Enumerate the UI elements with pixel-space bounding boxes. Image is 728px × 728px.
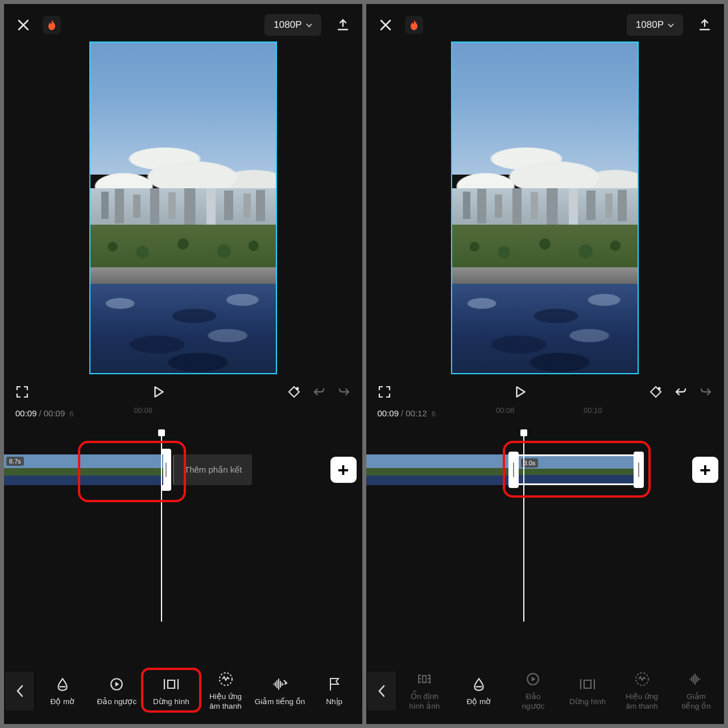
playhead[interactable] <box>161 434 162 622</box>
tool-reverse[interactable]: Đảo ngược <box>90 673 144 709</box>
resolution-button[interactable]: 1080P <box>627 14 683 36</box>
tool-beat[interactable]: Nhịp <box>308 673 361 709</box>
tool-reverse[interactable]: Đảo ngược <box>507 668 560 714</box>
droplet-icon <box>54 676 71 693</box>
play-icon[interactable] <box>512 384 527 399</box>
export-icon[interactable] <box>336 18 350 32</box>
timeline[interactable]: 8.7s Thêm phần kết + <box>4 418 362 663</box>
resolution-label: 1080P <box>274 19 301 31</box>
timeline-tick: 00:08 <box>134 406 153 415</box>
video-clip-freeze[interactable]: 3.0s <box>519 454 634 485</box>
reverse-icon <box>108 676 125 693</box>
bottom-toolbar: Độ mờ Đảo ngược Dừng hình Hiệu ứng âm th… <box>4 663 362 724</box>
clip-end-handle[interactable] <box>634 452 644 488</box>
flag-icon <box>326 676 343 693</box>
timeline[interactable]: 3.0s + <box>366 418 725 663</box>
keyframe-icon[interactable] <box>287 385 301 399</box>
reverse-icon <box>524 671 541 688</box>
top-bar: 1080P <box>4 4 362 42</box>
top-bar: 1080P <box>366 4 725 42</box>
time-total: 00:09 <box>44 408 65 418</box>
bottom-toolbar: Ổn định hình ảnh Độ mờ Đảo ngược Dừng hì… <box>366 663 725 724</box>
stabilize-icon <box>416 671 433 688</box>
time-total: 00:12 <box>406 408 427 418</box>
tool-opacity[interactable]: Độ mờ <box>36 673 89 709</box>
video-preview[interactable] <box>89 42 277 374</box>
noise-reduce-icon <box>688 671 705 688</box>
timecode: 00:09 / 00:09 6 00:08 <box>4 403 362 418</box>
sound-fx-icon <box>634 671 651 688</box>
clip-duration-badge: 8.7s <box>6 457 24 466</box>
undo-icon[interactable] <box>312 385 326 399</box>
add-clip-button[interactable]: + <box>330 457 357 483</box>
svg-point-0 <box>296 387 299 390</box>
keyframe-icon[interactable] <box>649 385 663 399</box>
video-preview[interactable] <box>451 42 639 374</box>
timeline-tick: 00:10 <box>584 406 602 415</box>
player-controls <box>366 380 725 403</box>
droplet-icon <box>470 676 487 693</box>
undo-icon[interactable] <box>674 385 688 399</box>
close-icon[interactable] <box>379 18 392 32</box>
fullscreen-icon[interactable] <box>378 385 391 399</box>
playhead[interactable] <box>523 434 524 622</box>
svg-point-3 <box>658 387 661 390</box>
tool-noise-reduce[interactable]: Giảm tiếng ồn <box>253 673 307 709</box>
back-button[interactable] <box>5 672 35 710</box>
editor-screen-left: 1080P <box>4 4 362 724</box>
tool-noise-reduce[interactable]: Giảm tiếng ồn <box>669 668 723 714</box>
tool-sound-fx[interactable]: Hiệu ứng âm thanh <box>615 668 669 714</box>
player-controls <box>4 380 362 403</box>
timecode: 00:09 / 00:12 6 00:08 00:10 <box>366 403 725 418</box>
flame-icon[interactable] <box>43 16 61 34</box>
tool-freeze[interactable]: Dừng hình <box>561 673 614 709</box>
resolution-button[interactable]: 1080P <box>264 14 321 36</box>
close-icon[interactable] <box>16 18 30 32</box>
preview-area <box>366 42 725 380</box>
sound-fx-icon <box>217 671 234 688</box>
back-button[interactable] <box>367 672 397 710</box>
clip-start-handle[interactable] <box>508 452 519 488</box>
tool-sound-fx[interactable]: Hiệu ứng âm thanh <box>199 668 253 714</box>
time-current: 00:09 <box>378 408 399 418</box>
resolution-label: 1080P <box>636 19 664 31</box>
video-clip-1[interactable] <box>366 454 508 485</box>
play-icon[interactable] <box>151 384 166 399</box>
editor-screen-right: 1080P <box>366 4 725 724</box>
tool-opacity[interactable]: Độ mờ <box>452 673 506 709</box>
tool-freeze[interactable]: Dừng hình <box>144 673 198 709</box>
time-current: 00:09 <box>15 408 37 418</box>
redo-icon[interactable] <box>699 385 713 399</box>
video-clip[interactable]: 8.7s <box>4 454 163 485</box>
noise-reduce-icon <box>271 676 288 693</box>
flame-icon[interactable] <box>405 16 423 34</box>
freeze-frame-icon <box>163 676 180 693</box>
tool-stabilize[interactable]: Ổn định hình ảnh <box>398 668 452 714</box>
fullscreen-icon[interactable] <box>15 385 29 399</box>
timeline-tick: 00:08 <box>496 406 515 415</box>
add-clip-button[interactable]: + <box>692 457 718 483</box>
add-ending-button[interactable]: Thêm phần kết <box>173 454 252 485</box>
redo-icon[interactable] <box>337 385 351 399</box>
freeze-frame-icon <box>579 676 596 693</box>
preview-area <box>4 42 362 380</box>
export-icon[interactable] <box>698 18 712 32</box>
